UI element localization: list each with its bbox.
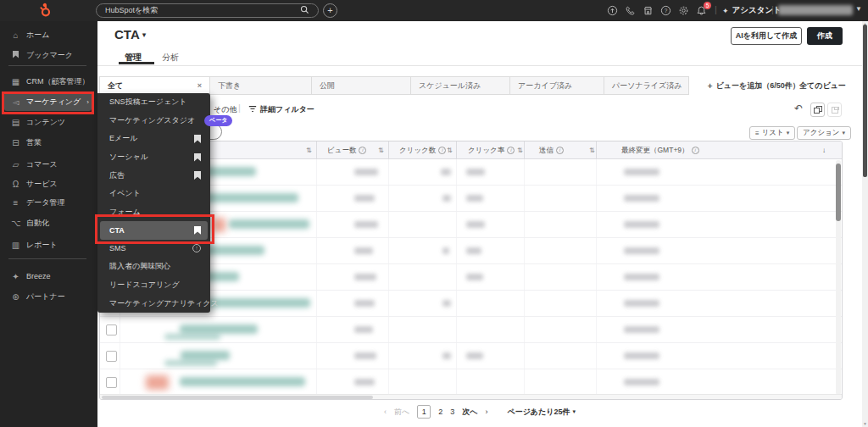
row-checkbox[interactable] xyxy=(106,377,117,388)
view-tab-scheduled[interactable]: スケジュール済み xyxy=(411,76,510,95)
save-view-button[interactable] xyxy=(827,103,842,117)
view-tab-all[interactable]: 全て× xyxy=(99,76,210,95)
cta-name-link-redacted[interactable] xyxy=(181,351,230,360)
cta-name-link-redacted[interactable] xyxy=(229,219,309,229)
prev-chevron-icon[interactable]: ‹ xyxy=(384,408,387,416)
sort-desc-icon[interactable]: ↓ xyxy=(822,141,826,159)
prev-page-button[interactable]: 前へ xyxy=(394,407,409,418)
all-views-link[interactable]: 全てのビュー xyxy=(799,76,846,95)
table-horizontal-scrollbar[interactable] xyxy=(100,394,842,399)
advanced-filter-button[interactable]: 詳細フィルター xyxy=(248,104,314,115)
sidebar-item-data-management[interactable]: ≡データ管理 xyxy=(0,193,97,212)
sidebar-item-crm[interactable]: ▦CRM（顧客管理） xyxy=(0,72,97,91)
actions-dropdown-button[interactable]: アクション▾ xyxy=(797,126,851,140)
table-row[interactable] xyxy=(100,238,842,264)
sidebar-item-partner[interactable]: ⊛パートナー xyxy=(0,287,97,306)
menu-item-forms[interactable]: フォーム xyxy=(97,202,210,221)
sidebar-item-commerce[interactable]: ▱コマース xyxy=(0,155,97,174)
column-header-click-rate[interactable]: クリック率i xyxy=(468,141,515,159)
next-chevron-icon[interactable]: › xyxy=(485,408,487,416)
upgrade-icon[interactable] xyxy=(607,5,618,16)
column-header-sent[interactable]: 送信i xyxy=(539,141,564,159)
table-horizontal-scrollbar-thumb[interactable] xyxy=(102,396,373,399)
settings-icon[interactable] xyxy=(678,5,689,16)
table-row[interactable] xyxy=(100,186,842,212)
more-filters-link[interactable]: その他 xyxy=(214,104,236,115)
duplicate-view-button[interactable] xyxy=(810,103,825,117)
column-header-last-modified[interactable]: 最終変更（GMT+9）i xyxy=(621,141,699,159)
menu-item-sms[interactable]: SMS↑ xyxy=(97,240,210,258)
table-vertical-scrollbar-thumb[interactable] xyxy=(836,164,841,221)
table-row[interactable] xyxy=(100,264,842,291)
sidebar-item-service[interactable]: Ωサービス xyxy=(0,175,97,193)
help-icon[interactable]: ? xyxy=(660,5,671,16)
commerce-icon: ▱ xyxy=(11,160,20,169)
sidebar-item-reports[interactable]: ▥レポート xyxy=(0,236,97,254)
sort-icon[interactable]: ⇅ xyxy=(517,141,523,159)
menu-item-social[interactable]: ソーシャル xyxy=(97,148,210,167)
marketplace-icon[interactable] xyxy=(643,5,654,16)
column-header-clicks[interactable]: クリック数i xyxy=(399,141,446,159)
global-search-input[interactable]: HubSpotを検索 xyxy=(96,3,319,18)
per-page-selector[interactable]: ページあたり25件▾ xyxy=(507,407,576,418)
create-button[interactable]: 作成 xyxy=(807,27,843,45)
page-scrollbar-thumb[interactable] xyxy=(863,25,867,177)
table-row[interactable] xyxy=(100,212,842,238)
sidebar-item-sales[interactable]: ⊟営業 xyxy=(0,133,97,152)
scroll-down-icon[interactable]: ▼ xyxy=(862,421,868,426)
table-row[interactable] xyxy=(100,369,842,396)
page-button-current[interactable]: 1 xyxy=(417,405,431,419)
column-header-views[interactable]: ビュー数i xyxy=(327,141,366,159)
menu-item-events[interactable]: イベント xyxy=(97,185,210,203)
next-page-button[interactable]: 次へ xyxy=(462,407,477,418)
sort-icon[interactable]: ⇅ xyxy=(447,141,453,159)
table-row[interactable] xyxy=(100,343,842,369)
sort-icon[interactable]: ⇅ xyxy=(589,141,595,159)
sidebar-item-bookmarks[interactable]: ブックマーク xyxy=(0,46,97,64)
page-scrollbar[interactable]: ▲ ▼ xyxy=(862,21,868,427)
menu-item-sns-agent[interactable]: SNS投稿エージェント xyxy=(97,93,210,112)
sidebar-item-automation[interactable]: ⌥自動化 xyxy=(0,214,97,232)
account-menu-caret-icon[interactable]: ▼ xyxy=(855,5,862,13)
menu-item-lead-scoring[interactable]: リードスコアリング xyxy=(97,276,210,295)
view-tab-archived[interactable]: アーカイブ済み xyxy=(510,76,604,95)
sidebar-item-content[interactable]: ▤コンテンツ xyxy=(0,113,97,131)
account-name-redacted[interactable] xyxy=(778,5,853,15)
cta-name-link-redacted[interactable] xyxy=(180,324,258,334)
menu-item-ads[interactable]: 広告 xyxy=(97,166,210,185)
save-icon xyxy=(832,107,838,114)
page-button[interactable]: 3 xyxy=(450,408,454,416)
cta-name-link-redacted[interactable] xyxy=(180,377,305,386)
menu-item-cta[interactable]: CTA xyxy=(100,221,208,240)
close-icon[interactable]: × xyxy=(191,81,202,90)
table-row[interactable] xyxy=(100,159,842,186)
page-button[interactable]: 2 xyxy=(438,408,442,416)
create-with-ai-button[interactable]: AIを利用して作成 xyxy=(731,27,802,45)
sort-icon[interactable]: ⇅ xyxy=(306,141,312,159)
sidebar-item-marketing[interactable]: ◅マーケティング› xyxy=(4,92,92,111)
tab-analyze[interactable]: 分析 xyxy=(162,52,179,64)
megaphone-icon: ◅ xyxy=(11,97,20,107)
quick-create-button[interactable]: + xyxy=(323,3,337,18)
sort-icon[interactable]: ⇅ xyxy=(378,141,384,159)
calling-icon[interactable] xyxy=(625,5,636,16)
menu-item-email[interactable]: Eメール xyxy=(97,130,210,148)
menu-item-marketing-studio[interactable]: マーケティングスタジオベータ xyxy=(97,112,210,130)
sidebar-item-home[interactable]: ⌂ホーム xyxy=(0,25,97,44)
menu-item-buyer-intent[interactable]: 購入者の興味関心 xyxy=(97,258,210,276)
view-tab-draft[interactable]: 下書き xyxy=(210,76,312,95)
chevron-down-icon: ▾ xyxy=(142,30,147,39)
sidebar-item-breeze[interactable]: ✦Breeze xyxy=(0,267,97,286)
page-title[interactable]: CTA▾ xyxy=(114,27,146,42)
menu-item-marketing-analytics[interactable]: マーケティングアナリティクス xyxy=(97,294,210,313)
table-row[interactable] xyxy=(100,317,842,343)
view-tab-personalized[interactable]: パーソナライズ済み xyxy=(604,76,689,95)
row-checkbox[interactable] xyxy=(106,324,117,336)
add-view-link[interactable]: ＋ ビューを追加（6/50件） xyxy=(706,76,800,95)
filter-row-divider: | xyxy=(238,103,241,113)
row-checkbox[interactable] xyxy=(106,351,117,362)
view-tab-published[interactable]: 公開 xyxy=(312,76,411,95)
hubspot-logo-icon[interactable] xyxy=(37,3,54,19)
list-dropdown-button[interactable]: ≡リスト▾ xyxy=(749,126,795,140)
undo-icon[interactable]: ↶ xyxy=(794,103,803,114)
